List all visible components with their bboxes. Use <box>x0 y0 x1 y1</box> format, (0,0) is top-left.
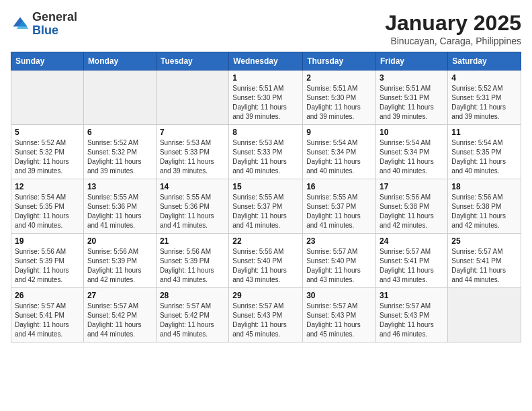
day-number: 14 <box>160 182 225 191</box>
day-info: Sunrise: 5:51 AM Sunset: 5:30 PM Dayligh… <box>306 84 372 122</box>
logo-general-text: General <box>32 10 77 24</box>
calendar-cell: 3Sunrise: 5:51 AM Sunset: 5:31 PM Daylig… <box>376 71 448 125</box>
day-info: Sunrise: 5:57 AM Sunset: 5:41 PM Dayligh… <box>380 247 444 285</box>
calendar-cell: 18Sunrise: 5:56 AM Sunset: 5:38 PM Dayli… <box>448 179 521 234</box>
day-number: 21 <box>160 236 225 246</box>
calendar-cell: 12Sunrise: 5:54 AM Sunset: 5:35 PM Dayli… <box>11 179 84 234</box>
calendar-body: 1Sunrise: 5:51 AM Sunset: 5:30 PM Daylig… <box>11 71 521 342</box>
day-info: Sunrise: 5:56 AM Sunset: 5:39 PM Dayligh… <box>160 247 225 285</box>
day-info: Sunrise: 5:51 AM Sunset: 5:30 PM Dayligh… <box>232 84 299 122</box>
day-number: 20 <box>87 236 152 246</box>
weekday-header-row: SundayMondayTuesdayWednesdayThursdayFrid… <box>11 52 521 71</box>
day-info: Sunrise: 5:57 AM Sunset: 5:43 PM Dayligh… <box>306 302 372 339</box>
day-number: 8 <box>232 128 299 137</box>
day-number: 28 <box>160 291 225 300</box>
day-number: 5 <box>15 128 80 137</box>
logo-blue-text: Blue <box>32 24 58 37</box>
day-number: 19 <box>15 236 80 246</box>
day-info: Sunrise: 5:55 AM Sunset: 5:37 PM Dayligh… <box>232 193 299 230</box>
logo: General Blue <box>11 11 77 38</box>
calendar-cell: 11Sunrise: 5:54 AM Sunset: 5:35 PM Dayli… <box>448 125 521 179</box>
logo-icon <box>11 15 30 34</box>
day-number: 1 <box>232 73 299 83</box>
day-info: Sunrise: 5:57 AM Sunset: 5:42 PM Dayligh… <box>87 302 152 339</box>
day-number: 15 <box>232 182 299 191</box>
day-info: Sunrise: 5:56 AM Sunset: 5:38 PM Dayligh… <box>451 193 517 230</box>
calendar-week-4: 19Sunrise: 5:56 AM Sunset: 5:39 PM Dayli… <box>11 234 521 288</box>
day-number: 29 <box>232 291 299 300</box>
weekday-header-monday: Monday <box>83 52 156 71</box>
calendar-cell: 28Sunrise: 5:57 AM Sunset: 5:42 PM Dayli… <box>156 288 228 342</box>
calendar-cell: 24Sunrise: 5:57 AM Sunset: 5:41 PM Dayli… <box>376 234 448 288</box>
day-info: Sunrise: 5:57 AM Sunset: 5:41 PM Dayligh… <box>15 302 80 339</box>
day-info: Sunrise: 5:55 AM Sunset: 5:36 PM Dayligh… <box>87 193 152 230</box>
day-number: 22 <box>232 236 299 246</box>
day-number: 24 <box>380 236 444 246</box>
weekday-header-sunday: Sunday <box>11 52 84 71</box>
day-info: Sunrise: 5:53 AM Sunset: 5:33 PM Dayligh… <box>160 138 225 176</box>
day-info: Sunrise: 5:54 AM Sunset: 5:35 PM Dayligh… <box>451 138 517 176</box>
day-number: 2 <box>306 73 372 83</box>
day-number: 3 <box>380 73 444 83</box>
calendar-cell: 29Sunrise: 5:57 AM Sunset: 5:43 PM Dayli… <box>229 288 303 342</box>
calendar-header: SundayMondayTuesdayWednesdayThursdayFrid… <box>11 52 521 71</box>
day-info: Sunrise: 5:56 AM Sunset: 5:39 PM Dayligh… <box>15 247 80 285</box>
calendar-cell: 23Sunrise: 5:57 AM Sunset: 5:40 PM Dayli… <box>303 234 376 288</box>
day-number: 9 <box>306 128 372 137</box>
day-number: 6 <box>87 128 152 137</box>
day-number: 18 <box>451 182 517 191</box>
day-number: 31 <box>380 291 444 300</box>
day-number: 11 <box>451 128 517 137</box>
calendar-cell: 31Sunrise: 5:57 AM Sunset: 5:43 PM Dayli… <box>376 288 448 342</box>
day-info: Sunrise: 5:56 AM Sunset: 5:38 PM Dayligh… <box>380 193 444 230</box>
calendar-cell: 1Sunrise: 5:51 AM Sunset: 5:30 PM Daylig… <box>229 71 303 125</box>
calendar-week-2: 5Sunrise: 5:52 AM Sunset: 5:32 PM Daylig… <box>11 125 521 179</box>
calendar-cell: 8Sunrise: 5:53 AM Sunset: 5:33 PM Daylig… <box>229 125 303 179</box>
calendar-subtitle: Binucayan, Caraga, Philippines <box>385 36 521 46</box>
day-info: Sunrise: 5:53 AM Sunset: 5:33 PM Dayligh… <box>232 138 299 176</box>
calendar-table: SundayMondayTuesdayWednesdayThursdayFrid… <box>11 52 521 342</box>
calendar-cell: 7Sunrise: 5:53 AM Sunset: 5:33 PM Daylig… <box>156 125 228 179</box>
day-number: 27 <box>87 291 152 300</box>
day-info: Sunrise: 5:51 AM Sunset: 5:31 PM Dayligh… <box>380 84 444 122</box>
calendar-week-5: 26Sunrise: 5:57 AM Sunset: 5:41 PM Dayli… <box>11 288 521 342</box>
day-info: Sunrise: 5:57 AM Sunset: 5:41 PM Dayligh… <box>451 247 517 285</box>
calendar-cell: 5Sunrise: 5:52 AM Sunset: 5:32 PM Daylig… <box>11 125 84 179</box>
day-info: Sunrise: 5:55 AM Sunset: 5:37 PM Dayligh… <box>306 193 372 230</box>
calendar-cell: 10Sunrise: 5:54 AM Sunset: 5:34 PM Dayli… <box>376 125 448 179</box>
calendar-cell: 13Sunrise: 5:55 AM Sunset: 5:36 PM Dayli… <box>83 179 156 234</box>
weekday-header-friday: Friday <box>376 52 448 71</box>
calendar-cell: 14Sunrise: 5:55 AM Sunset: 5:36 PM Dayli… <box>156 179 228 234</box>
calendar-cell: 27Sunrise: 5:57 AM Sunset: 5:42 PM Dayli… <box>83 288 156 342</box>
day-info: Sunrise: 5:54 AM Sunset: 5:34 PM Dayligh… <box>380 138 444 176</box>
day-info: Sunrise: 5:57 AM Sunset: 5:43 PM Dayligh… <box>380 302 444 339</box>
day-number: 23 <box>306 236 372 246</box>
calendar-cell: 19Sunrise: 5:56 AM Sunset: 5:39 PM Dayli… <box>11 234 84 288</box>
calendar-cell: 21Sunrise: 5:56 AM Sunset: 5:39 PM Dayli… <box>156 234 228 288</box>
day-number: 13 <box>87 182 152 191</box>
calendar-cell: 4Sunrise: 5:52 AM Sunset: 5:31 PM Daylig… <box>448 71 521 125</box>
calendar-cell <box>156 71 228 125</box>
calendar-week-1: 1Sunrise: 5:51 AM Sunset: 5:30 PM Daylig… <box>11 71 521 125</box>
day-info: Sunrise: 5:56 AM Sunset: 5:39 PM Dayligh… <box>87 247 152 285</box>
calendar-title: January 2025 <box>385 11 521 36</box>
day-info: Sunrise: 5:52 AM Sunset: 5:31 PM Dayligh… <box>451 84 517 122</box>
day-number: 10 <box>380 128 444 137</box>
day-number: 4 <box>451 73 517 83</box>
day-number: 16 <box>306 182 372 191</box>
weekday-header-tuesday: Tuesday <box>156 52 228 71</box>
calendar-cell: 20Sunrise: 5:56 AM Sunset: 5:39 PM Dayli… <box>83 234 156 288</box>
calendar-cell: 2Sunrise: 5:51 AM Sunset: 5:30 PM Daylig… <box>303 71 376 125</box>
day-info: Sunrise: 5:55 AM Sunset: 5:36 PM Dayligh… <box>160 193 225 230</box>
page-header: General Blue January 2025 Binucayan, Car… <box>11 11 521 46</box>
calendar-cell <box>83 71 156 125</box>
calendar-cell: 16Sunrise: 5:55 AM Sunset: 5:37 PM Dayli… <box>303 179 376 234</box>
title-block: January 2025 Binucayan, Caraga, Philippi… <box>385 11 521 46</box>
day-info: Sunrise: 5:57 AM Sunset: 5:42 PM Dayligh… <box>160 302 225 339</box>
day-info: Sunrise: 5:57 AM Sunset: 5:40 PM Dayligh… <box>306 247 372 285</box>
weekday-header-saturday: Saturday <box>448 52 521 71</box>
calendar-cell: 9Sunrise: 5:54 AM Sunset: 5:34 PM Daylig… <box>303 125 376 179</box>
day-number: 25 <box>451 236 517 246</box>
calendar-cell: 17Sunrise: 5:56 AM Sunset: 5:38 PM Dayli… <box>376 179 448 234</box>
calendar-cell: 22Sunrise: 5:56 AM Sunset: 5:40 PM Dayli… <box>229 234 303 288</box>
